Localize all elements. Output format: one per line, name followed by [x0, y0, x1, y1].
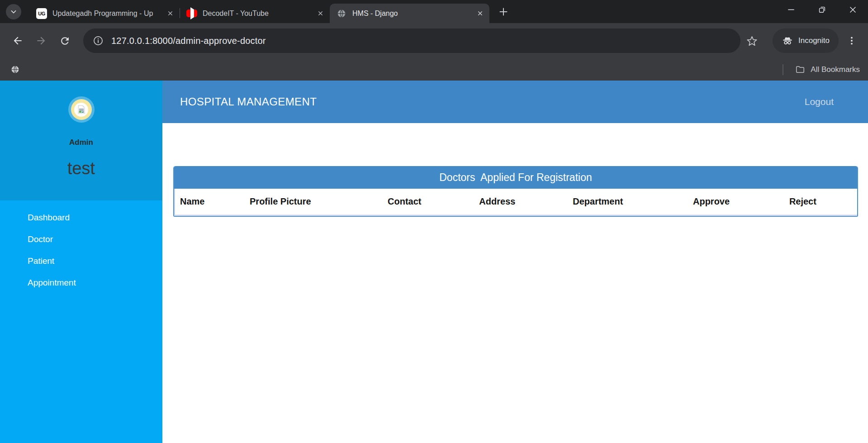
sidebar: Admin test Dashboard Doctor Patient Appo…: [0, 81, 162, 443]
plus-icon: [498, 6, 509, 17]
column-header-reject: Reject: [783, 189, 857, 215]
panel-title: Doctors Applied For Registration: [174, 166, 857, 189]
all-bookmarks-button[interactable]: All Bookmarks: [795, 65, 860, 75]
tab-title: Updategadh Programming - Up: [52, 10, 161, 18]
app-navbar: HOSPITAL MANAGEMENT Logout: [162, 81, 868, 123]
tab-hms-django[interactable]: HMS - Django: [330, 4, 489, 23]
tab-title: HMS - Django: [352, 10, 471, 18]
back-arrow-icon: [12, 35, 24, 47]
role-label: Admin: [0, 138, 162, 147]
tab-updategadh[interactable]: UG Updategadh Programming - Up: [30, 4, 180, 23]
restore-icon: [818, 5, 826, 14]
bookmark-globe-button[interactable]: [8, 63, 22, 76]
youtube-play-icon: [186, 8, 197, 19]
bookmarks-separator: [783, 64, 783, 75]
window-restore-button[interactable]: [806, 0, 837, 19]
site-info-icon[interactable]: [92, 35, 104, 47]
new-tab-button[interactable]: [496, 4, 511, 19]
column-header-address: Address: [473, 189, 567, 215]
sidebar-profile: Admin test: [0, 81, 162, 200]
url-text: 127.0.0.1:8000/admin-approve-doctor: [111, 36, 266, 46]
address-bar[interactable]: 127.0.0.1:8000/admin-approve-doctor: [83, 29, 740, 53]
sidebar-menu: Dashboard Doctor Patient Appointment: [0, 200, 162, 443]
main-content: HOSPITAL MANAGEMENT Logout Doctors Appli…: [162, 81, 868, 443]
browser-chrome: UG Updategadh Programming - Up DecodeIT …: [0, 0, 868, 81]
chevron-down-icon: [9, 7, 18, 16]
bookmarks-bar-right: All Bookmarks: [783, 64, 860, 75]
tab-decodeit-youtube[interactable]: DecodeIT - YouTube: [180, 4, 330, 23]
page-viewport: Admin test Dashboard Doctor Patient Appo…: [0, 81, 868, 443]
browser-menu-button[interactable]: [845, 33, 859, 48]
window-controls: [776, 0, 868, 23]
app-title: HOSPITAL MANAGEMENT: [162, 95, 317, 108]
username: test: [0, 159, 162, 178]
tab-close-icon[interactable]: [475, 9, 485, 19]
doctors-table: Name Profile Picture Contact Address Dep…: [174, 189, 857, 216]
table-header-row: Name Profile Picture Contact Address Dep…: [174, 189, 857, 215]
column-header-contact: Contact: [382, 189, 473, 215]
forward-button[interactable]: [33, 33, 49, 48]
browser-toolbar: 127.0.0.1:8000/admin-approve-doctor Inco…: [0, 23, 868, 58]
tab-strip: UG Updategadh Programming - Up DecodeIT …: [0, 0, 868, 23]
sidebar-item-dashboard[interactable]: Dashboard: [0, 207, 162, 229]
tab-close-icon[interactable]: [165, 9, 175, 19]
window-close-button[interactable]: [837, 0, 868, 19]
all-bookmarks-label: All Bookmarks: [811, 65, 860, 74]
logout-link[interactable]: Logout: [805, 96, 834, 107]
column-header-approve: Approve: [687, 189, 783, 215]
reload-icon: [59, 35, 71, 47]
sidebar-item-patient[interactable]: Patient: [0, 250, 162, 272]
forward-arrow-icon: [35, 35, 47, 47]
sidebar-item-appointment[interactable]: Appointment: [0, 272, 162, 294]
incognito-label: Incognito: [798, 36, 830, 45]
close-icon: [849, 5, 857, 14]
bookmark-star-button[interactable]: [744, 33, 759, 48]
column-header-name: Name: [174, 189, 244, 215]
globe-icon: [336, 8, 347, 19]
window-minimize-button[interactable]: [776, 0, 806, 19]
globe-icon: [10, 65, 20, 74]
minimize-icon: [787, 5, 796, 14]
avatar: [68, 96, 95, 123]
column-header-profile-picture: Profile Picture: [244, 189, 382, 215]
column-header-department: Department: [567, 189, 687, 215]
tab-close-icon[interactable]: [315, 9, 325, 19]
doctors-registration-panel: Doctors Applied For Registration Name Pr…: [173, 166, 858, 217]
back-button[interactable]: [10, 33, 25, 48]
three-dots-icon: [846, 35, 857, 46]
incognito-badge: Incognito: [773, 29, 839, 53]
reload-button[interactable]: [57, 33, 72, 48]
tab-search-button[interactable]: [6, 4, 21, 19]
broken-image-icon: [74, 103, 88, 117]
incognito-icon: [782, 35, 793, 47]
star-icon: [746, 35, 758, 47]
sidebar-item-doctor[interactable]: Doctor: [0, 229, 162, 250]
tab-title: DecodeIT - YouTube: [203, 10, 312, 18]
bookmarks-bar: All Bookmarks: [0, 58, 868, 81]
folder-icon: [795, 65, 805, 75]
ug-logo-icon: UG: [36, 8, 47, 19]
